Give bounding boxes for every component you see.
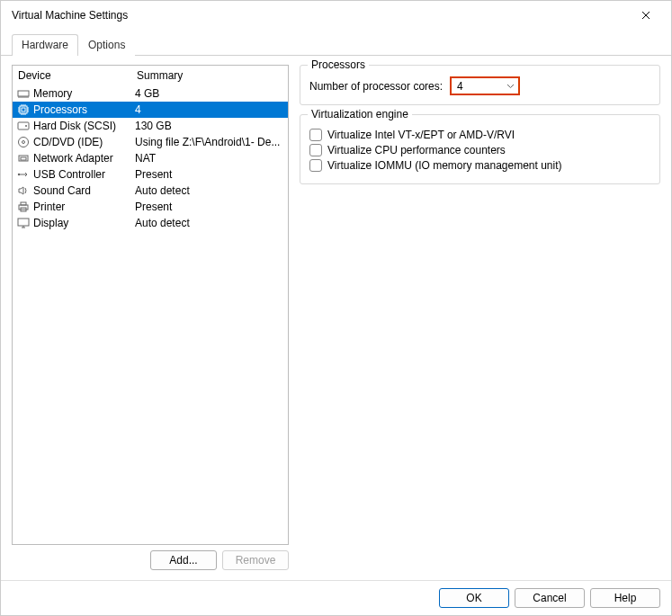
col-summary-header: Summary bbox=[137, 69, 282, 82]
device-summary: Auto detect bbox=[135, 217, 286, 229]
device-summary: Using file Z:\F\Android\1- De... bbox=[135, 136, 286, 148]
device-row-usb[interactable]: USB ControllerPresent bbox=[13, 166, 288, 183]
left-column: Device Summary Memory4 GBProcessors4Hard… bbox=[12, 65, 289, 570]
cores-select[interactable]: 4 bbox=[450, 76, 520, 95]
processors-group: Processors Number of processor cores: 4 bbox=[300, 65, 660, 105]
dialog-body: Device Summary Memory4 GBProcessors4Hard… bbox=[1, 56, 671, 577]
virt-cpu-counters-checkbox[interactable] bbox=[309, 144, 322, 156]
hdd-icon bbox=[16, 119, 31, 133]
cores-value: 4 bbox=[457, 80, 506, 93]
virt-iommu-checkbox[interactable] bbox=[309, 159, 322, 172]
dialog-footer: OK Cancel Help bbox=[1, 580, 671, 615]
virt-cpu-counters-row[interactable]: Virtualize CPU performance counters bbox=[309, 144, 650, 156]
virt-vtx-label: Virtualize Intel VT-x/EPT or AMD-V/RVI bbox=[327, 129, 515, 141]
device-name: Display bbox=[33, 217, 135, 229]
left-button-row: Add... Remove bbox=[12, 550, 289, 570]
device-row-printer[interactable]: PrinterPresent bbox=[13, 199, 288, 215]
svg-rect-13 bbox=[18, 219, 29, 226]
device-name: USB Controller bbox=[33, 168, 135, 181]
device-row-cd[interactable]: CD/DVD (IDE)Using file Z:\F\Android\1- D… bbox=[13, 134, 288, 150]
right-column: Processors Number of processor cores: 4 … bbox=[300, 65, 660, 570]
printer-icon bbox=[16, 200, 31, 214]
device-name: Network Adapter bbox=[33, 152, 135, 165]
net-icon bbox=[16, 151, 31, 165]
sound-icon bbox=[16, 183, 31, 198]
processors-legend: Processors bbox=[308, 58, 369, 71]
svg-rect-11 bbox=[21, 202, 26, 205]
device-list-header: Device Summary bbox=[13, 66, 288, 85]
ok-button[interactable]: OK bbox=[439, 588, 509, 608]
svg-point-9 bbox=[18, 174, 20, 175]
window-title: Virtual Machine Settings bbox=[12, 9, 628, 22]
svg-point-5 bbox=[19, 138, 29, 147]
tab-options[interactable]: Options bbox=[78, 34, 135, 56]
device-row-cpu[interactable]: Processors4 bbox=[13, 102, 288, 118]
svg-rect-0 bbox=[18, 91, 29, 96]
virt-engine-group: Virtualization engine Virtualize Intel V… bbox=[300, 114, 660, 184]
device-name: Memory bbox=[33, 87, 135, 100]
virt-cpu-counters-label: Virtualize CPU performance counters bbox=[327, 144, 506, 156]
display-icon bbox=[16, 216, 31, 230]
cancel-button[interactable]: Cancel bbox=[515, 588, 585, 608]
close-icon bbox=[641, 11, 650, 20]
usb-icon bbox=[16, 167, 31, 182]
cpu-icon bbox=[16, 103, 31, 117]
help-button[interactable]: Help bbox=[590, 588, 660, 608]
virt-vtx-row[interactable]: Virtualize Intel VT-x/EPT or AMD-V/RVI bbox=[309, 129, 650, 141]
vm-settings-window: Virtual Machine Settings Hardware Option… bbox=[0, 0, 672, 616]
svg-point-6 bbox=[22, 141, 25, 144]
device-name: Printer bbox=[33, 201, 135, 213]
svg-point-4 bbox=[25, 125, 27, 127]
svg-rect-1 bbox=[20, 106, 27, 113]
device-summary: Present bbox=[135, 201, 286, 213]
virt-vtx-checkbox[interactable] bbox=[309, 129, 322, 141]
device-row-net[interactable]: Network AdapterNAT bbox=[13, 150, 288, 166]
svg-rect-2 bbox=[22, 108, 25, 112]
memory-icon bbox=[16, 86, 31, 101]
svg-rect-3 bbox=[18, 122, 29, 129]
device-row-display[interactable]: DisplayAuto detect bbox=[13, 215, 288, 231]
device-name: Sound Card bbox=[33, 184, 135, 197]
close-button[interactable] bbox=[628, 3, 664, 28]
device-summary: 4 bbox=[135, 103, 286, 116]
device-summary: Present bbox=[135, 168, 286, 181]
device-summary: 130 GB bbox=[135, 120, 286, 132]
device-name: Processors bbox=[33, 103, 135, 116]
svg-rect-8 bbox=[21, 157, 26, 160]
device-row-sound[interactable]: Sound CardAuto detect bbox=[13, 183, 288, 199]
col-device-header: Device bbox=[18, 69, 137, 82]
remove-button: Remove bbox=[222, 550, 289, 570]
cores-label: Number of processor cores: bbox=[309, 80, 443, 93]
device-name: Hard Disk (SCSI) bbox=[33, 120, 135, 132]
device-row-hdd[interactable]: Hard Disk (SCSI)130 GB bbox=[13, 118, 288, 134]
device-summary: 4 GB bbox=[135, 87, 286, 100]
add-button[interactable]: Add... bbox=[150, 550, 217, 570]
device-name: CD/DVD (IDE) bbox=[33, 136, 135, 148]
virt-iommu-row[interactable]: Virtualize IOMMU (IO memory management u… bbox=[309, 159, 650, 172]
cores-row: Number of processor cores: 4 bbox=[309, 76, 650, 95]
chevron-down-icon bbox=[506, 84, 515, 89]
device-list[interactable]: Device Summary Memory4 GBProcessors4Hard… bbox=[12, 65, 289, 545]
tab-bar: Hardware Options bbox=[1, 30, 671, 56]
tab-hardware[interactable]: Hardware bbox=[12, 34, 78, 56]
virt-iommu-label: Virtualize IOMMU (IO memory management u… bbox=[327, 159, 562, 172]
device-summary: NAT bbox=[135, 152, 286, 165]
titlebar: Virtual Machine Settings bbox=[1, 1, 671, 30]
device-summary: Auto detect bbox=[135, 184, 286, 197]
cd-icon bbox=[16, 135, 31, 149]
virt-engine-legend: Virtualization engine bbox=[308, 108, 412, 121]
device-row-memory[interactable]: Memory4 GB bbox=[13, 85, 288, 102]
